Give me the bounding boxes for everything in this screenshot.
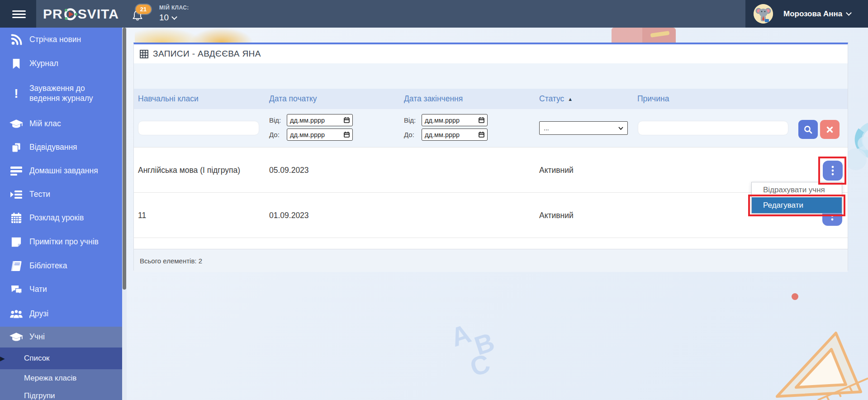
sidebar-item-students[interactable]: Учні	[0, 327, 122, 348]
column-header-status[interactable]: Статус▲	[539, 89, 573, 109]
menu-item-edit[interactable]: Редагувати	[752, 197, 842, 213]
sidebar-subitem-subgroups[interactable]: Підгрупи	[0, 387, 122, 400]
sidebar-item-schedule[interactable]: Розклад уроків	[0, 206, 122, 230]
chat-icon	[9, 283, 23, 296]
sidebar-subitem-list[interactable]: ▶ Список	[0, 348, 122, 369]
table-footer: Всього елементів: 2	[134, 249, 848, 272]
menu-item-expel-student[interactable]: Відрахувати учня	[752, 182, 842, 197]
decor-bubble	[845, 148, 867, 170]
column-header-classes[interactable]: Навчальні класи	[138, 89, 199, 109]
my-class-widget: МІЙ КЛАС: 10	[159, 5, 189, 23]
page-title: ЗАПИСИ - АВДЄЄВА ЯНА	[153, 49, 261, 59]
chevron-down-icon	[846, 10, 852, 16]
date-end-from-label: Від:	[404, 116, 416, 124]
close-icon	[826, 126, 833, 133]
chevron-down-icon	[618, 127, 623, 130]
sidebar-item-journal[interactable]: Журнал	[0, 52, 122, 76]
row-actions-button-1[interactable]	[823, 161, 843, 181]
avatar	[754, 4, 773, 24]
date-end-to-input[interactable]: дд.мм.рррр	[422, 129, 488, 141]
sidebar-item-journal-remarks[interactable]: ! Зауваження до ведення журналу	[0, 76, 122, 112]
decor-pencil	[650, 31, 670, 38]
date-end-from-input[interactable]: дд.мм.рррр	[422, 114, 488, 126]
sidebar-scrollbar-thumb[interactable]	[123, 28, 126, 290]
cell-date-start: 01.09.2023	[269, 193, 309, 238]
tasks-icon	[9, 188, 23, 201]
sidebar-item-news-feed[interactable]: Стрічка новин	[0, 28, 122, 52]
table-header-row: Навчальні класи Дата початку Дата закінч…	[134, 89, 848, 109]
column-header-reason[interactable]: Причина	[637, 89, 669, 109]
records-panel: ЗАПИСИ - АВДЄЄВА ЯНА Навчальні класи Дат…	[133, 43, 848, 271]
clear-filters-button[interactable]	[820, 120, 840, 139]
my-class-selector[interactable]: 10	[159, 13, 189, 23]
cell-date-start: 05.09.2023	[269, 148, 309, 193]
topbar: PR SVITA 21 МІЙ КЛАС: 10	[0, 0, 868, 28]
date-start-to-input[interactable]: дд.мм.рррр	[287, 129, 353, 141]
graduation-cap-icon	[9, 331, 23, 343]
active-pointer-icon: ▶	[0, 355, 5, 362]
filter-classes-input[interactable]	[138, 121, 259, 135]
sidebar-item-chats[interactable]: Чати	[0, 278, 122, 301]
calendar-icon	[344, 132, 350, 138]
app-logo: PR SVITA	[43, 0, 119, 28]
search-button[interactable]	[798, 120, 818, 139]
play-ring-icon	[63, 7, 77, 21]
sidebar-item-friends[interactable]: Друзі	[0, 301, 122, 327]
table-bottom-border	[134, 238, 848, 238]
decor-red-dot	[792, 293, 798, 300]
logo-text-suffix: SVITA	[78, 6, 119, 22]
date-end-to-label: До:	[404, 131, 414, 138]
filter-reason-input[interactable]	[638, 121, 788, 135]
logo-text-prefix: PR	[43, 6, 63, 22]
sidebar-scrollbar-track[interactable]	[122, 28, 127, 400]
sidebar-item-my-class[interactable]: Мій клас	[0, 112, 122, 136]
date-start-from-input[interactable]: дд.мм.рррр	[287, 114, 353, 126]
friends-icon	[9, 308, 23, 320]
panel-title-bar: ЗАПИСИ - АВДЄЄВА ЯНА	[134, 44, 848, 63]
column-header-date-start[interactable]: Дата початку	[269, 89, 317, 109]
list-icon	[9, 165, 23, 177]
my-class-value: 10	[159, 13, 169, 23]
date-start-from-label: Від:	[269, 116, 281, 124]
decor-yellow-blob-2	[190, 28, 253, 43]
decor-bubble	[858, 137, 868, 150]
graduation-cap-icon	[9, 118, 23, 130]
pages-icon	[9, 141, 23, 154]
cell-status: Активний	[539, 148, 574, 193]
notification-count-badge[interactable]: 21	[136, 5, 151, 14]
decor-ruler-illustration	[764, 324, 868, 400]
sidebar-item-tests[interactable]: Тести	[0, 183, 122, 206]
exclamation-icon: !	[9, 87, 23, 100]
total-items-label: Всього елементів: 2	[140, 257, 202, 265]
decor-mascot-part	[612, 28, 642, 43]
calendar-icon	[479, 117, 484, 123]
sidebar-item-homework[interactable]: Домашні завдання	[0, 159, 122, 183]
sidebar-item-student-notes[interactable]: Примітки про учнів	[0, 230, 122, 254]
calendar-icon	[479, 132, 484, 138]
panel-spacer	[134, 63, 848, 89]
bookmark-icon	[9, 57, 23, 70]
date-start-to-label: До:	[269, 131, 280, 138]
sidebar-subitem-class-network[interactable]: Мережа класів	[0, 369, 122, 387]
cell-class: 11	[138, 193, 146, 238]
sidebar-item-attendance[interactable]: Відвідування	[0, 136, 122, 159]
app-root: A B C PR SVITA	[0, 0, 868, 400]
hamburger-menu-button[interactable]	[0, 0, 36, 28]
book-icon	[9, 260, 23, 272]
decor-abc-watermark: A B C	[447, 304, 528, 388]
sidebar-item-library[interactable]: Бібліотека	[0, 254, 122, 278]
table-row: Англійська мова (І підгрупа) 05.09.2023 …	[134, 147, 848, 192]
decor-mascot-top-right	[612, 28, 676, 43]
table-grid-icon	[140, 50, 148, 58]
filter-status-select[interactable]: ...	[539, 121, 628, 135]
calendar-icon	[344, 117, 350, 123]
user-name: Морозова Анна	[783, 0, 851, 28]
table-row: 11 01.09.2023 Активний	[134, 192, 848, 238]
note-icon	[9, 236, 23, 248]
column-header-date-end[interactable]: Дата закінчення	[404, 89, 463, 109]
my-class-label: МІЙ КЛАС:	[159, 5, 189, 11]
sidebar: Стрічка новин Журнал ! Зауваження до вед…	[0, 28, 122, 400]
filter-row: Від: дд.мм.рррр До: дд.мм.рррр Від: дд.м…	[134, 109, 848, 147]
user-menu[interactable]: Морозова Анна	[745, 0, 868, 28]
sort-asc-icon: ▲	[568, 96, 573, 102]
